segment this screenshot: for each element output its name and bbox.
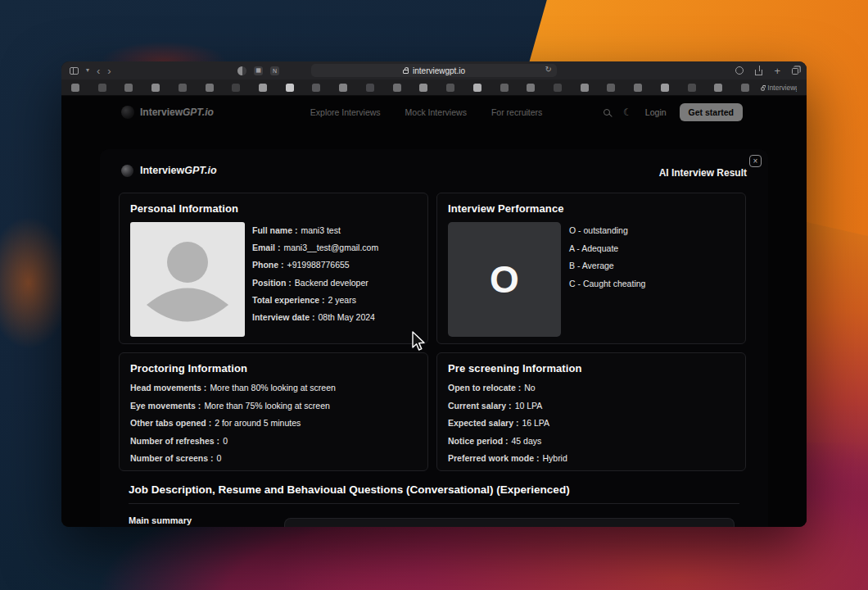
field-notice-period: Notice period :45 days xyxy=(448,436,735,446)
bookmark-favicon[interactable] xyxy=(179,84,187,92)
favorites-row xyxy=(71,84,761,92)
proctoring-information-title: Proctoring Information xyxy=(130,362,417,374)
personal-information-title: Personal Information xyxy=(130,202,417,215)
field-position: Position :Backend developer xyxy=(252,278,378,288)
bookmark-favicon[interactable] xyxy=(98,84,106,92)
field-number-of-screens: Number of screens :0 xyxy=(130,453,417,463)
url-text: interviewgpt.io xyxy=(413,66,465,75)
field-interview-date: Interview date :08th May 2024 xyxy=(252,312,378,322)
new-tab-icon[interactable]: + xyxy=(774,66,780,76)
back-icon[interactable]: ‹ xyxy=(97,66,100,76)
bookmark-favicon[interactable] xyxy=(232,84,240,92)
grade-value: O xyxy=(490,257,519,302)
bookmark-favicon[interactable] xyxy=(206,84,214,92)
tab-overview-icon[interactable] xyxy=(792,66,798,75)
modal-logo: InterviewGPT.io xyxy=(121,165,217,177)
bookmark-favicon[interactable] xyxy=(393,84,401,92)
bookmark-favicon[interactable] xyxy=(71,84,79,92)
web-page: InterviewGPT.io Explore Interviews Mock … xyxy=(61,96,807,527)
bookmark-favicon[interactable] xyxy=(124,84,133,92)
personal-information-card: Personal Information Full name :mani3 te… xyxy=(119,193,428,344)
field-other-tabs-opened: Other tabs opened :2 for around 5 minute… xyxy=(130,418,417,428)
field-total-experience: Total experience :2 years xyxy=(252,295,378,305)
ai-interview-result-modal: × InterviewGPT.io AI Interview Result Pe… xyxy=(100,149,768,527)
privacy-report-icon[interactable] xyxy=(735,66,744,75)
browser-titlebar: ▾ ‹ › ▦ N interviewgpt.io ↻ + xyxy=(61,61,807,79)
prescreening-information-title: Pre screening Information xyxy=(448,362,735,374)
field-eye-movements: Eye movements :More than 75% looking at … xyxy=(130,401,417,411)
grade-box: O xyxy=(448,222,561,337)
field-full-name: Full name :mani3 test xyxy=(252,225,378,235)
browser-window: ▾ ‹ › ▦ N interviewgpt.io ↻ + Interviewg… xyxy=(61,61,807,527)
address-bar[interactable]: interviewgpt.io ↻ xyxy=(311,64,557,77)
proctoring-information-card: Proctoring Information Head movements :M… xyxy=(119,352,428,471)
bookmark-favicon[interactable] xyxy=(661,84,669,92)
prescreening-information-card: Pre screening Information Open to reloca… xyxy=(436,352,746,471)
bookmark-favicon[interactable] xyxy=(634,84,642,92)
legend-adequate: A - Adequate xyxy=(569,243,645,253)
extension-grid-icon[interactable]: ▦ xyxy=(254,66,263,75)
close-icon[interactable]: × xyxy=(749,155,762,167)
forward-icon[interactable]: › xyxy=(107,66,111,76)
bookmark-favicon[interactable] xyxy=(714,84,722,92)
field-phone: Phone :+919988776655 xyxy=(252,260,378,270)
modal-logo-icon xyxy=(121,165,133,177)
extension-darkmode-icon[interactable] xyxy=(237,66,246,75)
bookmark-favicon[interactable] xyxy=(688,84,696,92)
field-preferred-work-mode: Preferred work mode :Hybrid xyxy=(448,453,735,463)
bookmark-favicon[interactable] xyxy=(581,84,589,92)
extension-n-icon[interactable]: N xyxy=(270,66,279,75)
bookmark-favicon[interactable] xyxy=(312,84,320,92)
bookmark-favicon[interactable] xyxy=(473,84,481,92)
modal-title: AI Interview Result xyxy=(659,167,747,179)
reload-icon[interactable]: ↻ xyxy=(545,65,552,74)
bookmark-favicon[interactable] xyxy=(446,84,454,92)
legend-caught-cheating: C - Caught cheating xyxy=(569,279,645,288)
questions-section-title: Job Description, Resume and Behavioual Q… xyxy=(129,483,749,496)
bookmark-favicon[interactable] xyxy=(151,84,160,92)
questions-section: Job Description, Resume and Behavioual Q… xyxy=(119,483,749,527)
bookmark-favicon[interactable] xyxy=(741,84,749,92)
field-head-movements: Head movements :More than 80% looking at… xyxy=(130,383,417,393)
questions-summary-panel[interactable]: Questions Summary xyxy=(284,518,735,527)
bookmark-favicon[interactable] xyxy=(419,84,427,92)
sidebar-toggle-icon[interactable] xyxy=(70,67,79,75)
legend-average: B - Average xyxy=(569,261,645,270)
field-number-of-refreshes: Number of refreshes :0 xyxy=(130,436,417,446)
bookmark-favicon[interactable] xyxy=(527,84,535,92)
bookmark-favicon[interactable] xyxy=(500,84,509,92)
candidate-photo-placeholder xyxy=(130,222,245,337)
bookmarks-bar: Interviewgpt.io xyxy=(61,79,807,96)
lock-icon xyxy=(761,87,764,90)
modal-header: InterviewGPT.io AI Interview Result xyxy=(100,149,768,179)
bookmark-favicon[interactable] xyxy=(339,84,347,92)
divider xyxy=(129,503,739,504)
field-email: Email :mani3__test@gmail.com xyxy=(252,243,378,252)
field-current-salary: Current salary :10 LPA xyxy=(448,401,735,411)
legend-outstanding: O - outstanding xyxy=(569,225,645,235)
field-expected-salary: Expected salary :16 LPA xyxy=(448,418,735,428)
share-icon[interactable] xyxy=(755,66,762,75)
bookmark-favicon[interactable] xyxy=(554,84,562,92)
interview-performance-card: Interview Performance O O - outstanding … xyxy=(436,193,746,344)
bookmark-favicon[interactable] xyxy=(259,84,267,92)
field-open-to-relocate: Open to relocate :No xyxy=(448,383,735,393)
lock-icon xyxy=(403,70,409,74)
interview-performance-title: Interview Performance xyxy=(448,202,735,215)
bookmark-favicon[interactable] xyxy=(286,84,294,92)
chevron-down-icon[interactable]: ▾ xyxy=(86,67,89,74)
bookmark-interviewgpt[interactable]: Interviewgpt.io xyxy=(761,84,797,92)
bookmark-favicon[interactable] xyxy=(366,84,374,92)
bookmark-favicon[interactable] xyxy=(607,84,615,92)
